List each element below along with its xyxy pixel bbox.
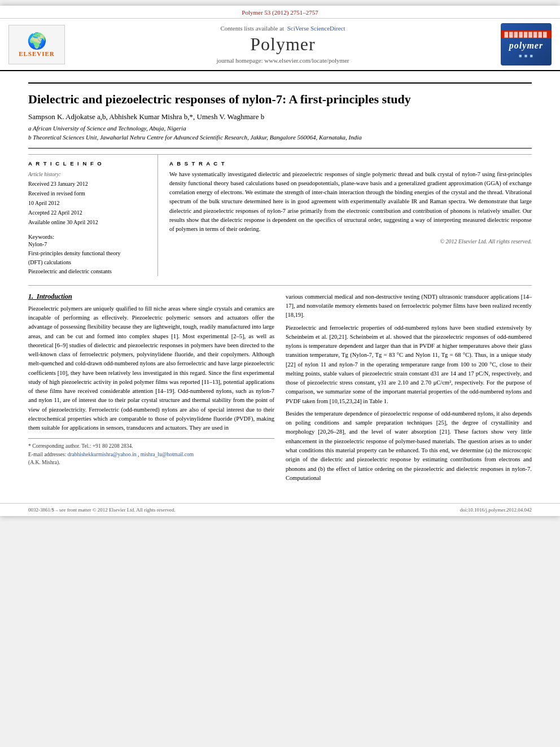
email-2[interactable]: mishra_lu@hotmail.com [141, 452, 194, 457]
online-date: Available online 30 April 2012 [28, 217, 152, 227]
sciverse-link[interactable]: SciVerse ScienceDirect [287, 25, 345, 32]
revised-label: Received in revised form [28, 189, 152, 198]
body-para-besides: Besides the temperature dependence of pi… [286, 409, 532, 483]
polymer-badge-area: ▓▓▓▓▓▓▓▓▓ polymer ■ ■ ■ [498, 23, 554, 65]
body-para-scheinbeim: Piezoelectric and ferroelectric properti… [286, 324, 532, 406]
abstract-col: A B S T R A C T We have systematically i… [169, 155, 532, 276]
keyword-1: Nylon-7 [28, 240, 152, 249]
abstract-heading: A B S T R A C T [169, 160, 532, 167]
body-right-col: various commercial medical and non-destr… [286, 286, 532, 486]
article-info-heading: A R T I C L E I N F O [28, 160, 152, 167]
globe-icon: 🌍 [27, 32, 47, 50]
article-info-col: A R T I C L E I N F O Article history: R… [28, 155, 158, 276]
citation-text: Polymer 53 (2012) 2751–2757 [242, 9, 318, 16]
publisher-logo-area: 🌍 ELSEVIER [6, 23, 68, 65]
badge-journal-name: polymer [509, 41, 543, 51]
received-date: Received 23 January 2012 [28, 179, 152, 189]
affiliation-a: a African University of Science and Tech… [28, 124, 532, 133]
sciverse-line: Contents lists available at SciVerse Sci… [220, 25, 345, 32]
footnote-email-line: E-mail addresses: drabhishekkurmishra@ya… [28, 451, 274, 458]
keyword-4: Piezoelectric and dielectric constants [28, 267, 152, 276]
badge-top-stripe: ▓▓▓▓▓▓▓▓▓ [501, 30, 552, 38]
citation-bar: Polymer 53 (2012) 2751–2757 [0, 6, 560, 19]
elsevier-logo: 🌍 ELSEVIER [8, 25, 65, 64]
email-1[interactable]: drabhishekkurmishra@yahoo.in [68, 452, 137, 457]
history-label: Article history: [28, 170, 152, 179]
journal-homepage: journal homepage: www.elsevier.com/locat… [216, 57, 349, 64]
article-meta-section: A R T I C L E I N F O Article history: R… [28, 154, 532, 276]
article-title-section: Dielectric and piezoelectric responses o… [28, 82, 532, 148]
elsevier-label: ELSEVIER [19, 50, 55, 57]
body-left-col: 1. Introduction Piezoelectric polymers a… [28, 286, 274, 486]
revised-date: 10 April 2012 [28, 198, 152, 208]
footnote-section: * Corresponding author. Tel.: +91 80 220… [28, 438, 274, 466]
section-name: Introduction [37, 292, 72, 300]
polymer-badge: ▓▓▓▓▓▓▓▓▓ polymer ■ ■ ■ [501, 23, 552, 65]
journal-header: 🌍 ELSEVIER Contents lists available at S… [0, 19, 560, 71]
keywords-label: Keywords: [28, 234, 152, 240]
intro-section-title: 1. Introduction [28, 292, 274, 301]
body-content: 1. Introduction Piezoelectric polymers a… [28, 285, 532, 486]
accepted-date: Accepted 22 April 2012 [28, 208, 152, 217]
affiliations: a African University of Science and Tech… [28, 124, 532, 142]
affiliation-b: b Theoretical Sciences Unit, Jawaharlal … [28, 133, 532, 142]
journal-name: Polymer [250, 34, 315, 55]
journal-title-area: Contents lists available at SciVerse Sci… [73, 23, 492, 65]
email-label: E-mail addresses: [28, 452, 66, 457]
badge-decoration: ■ ■ ■ [519, 53, 533, 59]
keywords-section: Keywords: Nylon-7 First-principles densi… [28, 234, 152, 276]
bottom-bar: 0032-3861/$ – see front matter © 2012 El… [0, 503, 560, 516]
keyword-2: First-principles density functional theo… [28, 249, 152, 258]
keyword-3: (DFT) calculations [28, 258, 152, 267]
abstract-text: We have systematically investigated diel… [169, 170, 532, 234]
footnote-initials: (A.K. Mishra). [28, 458, 274, 466]
article-title: Dielectric and piezoelectric responses o… [28, 91, 532, 108]
doi-text: doi:10.1016/j.polymer.2012.04.042 [460, 507, 532, 513]
section-number: 1. [28, 292, 33, 300]
page: Polymer 53 (2012) 2751–2757 🌍 ELSEVIER C… [0, 6, 560, 516]
issn-text: 0032-3861/$ – see front matter © 2012 El… [28, 507, 176, 513]
footnote-corresponding: * Corresponding author. Tel.: +91 80 220… [28, 442, 274, 450]
intro-paragraph-1: Piezoelectric polymers are uniquely qual… [28, 304, 274, 433]
sciverse-prefix: Contents lists available at [220, 25, 284, 32]
copyright-notice: © 2012 Elsevier Ltd. All rights reserved… [169, 238, 532, 244]
body-para-ndt: various commercial medical and non-destr… [286, 292, 532, 320]
main-content: Dielectric and piezoelectric responses o… [0, 71, 560, 497]
authors-line: Sampson K. Adjokatse a,b, Abhishek Kumar… [28, 112, 532, 121]
author-names: Sampson K. Adjokatse a,b, Abhishek Kumar… [28, 112, 264, 121]
article-info-table: Article history: Received 23 January 201… [28, 170, 152, 227]
